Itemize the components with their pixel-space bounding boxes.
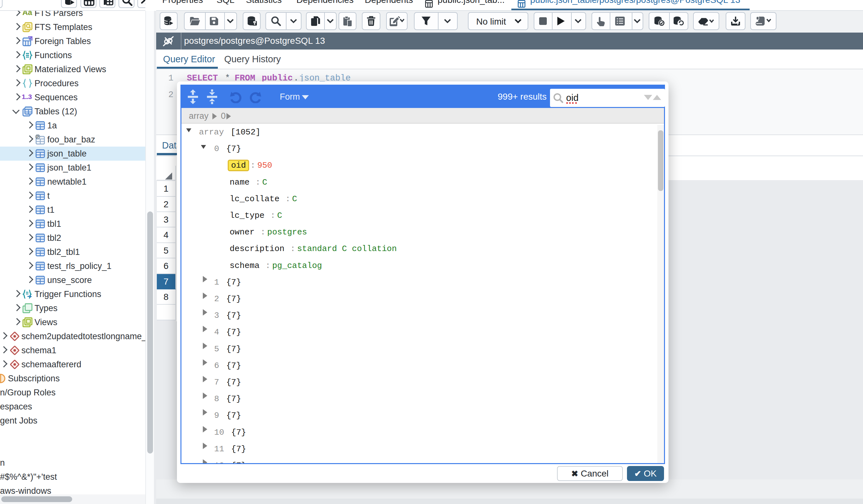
svg-text:P: P: [36, 135, 39, 139]
